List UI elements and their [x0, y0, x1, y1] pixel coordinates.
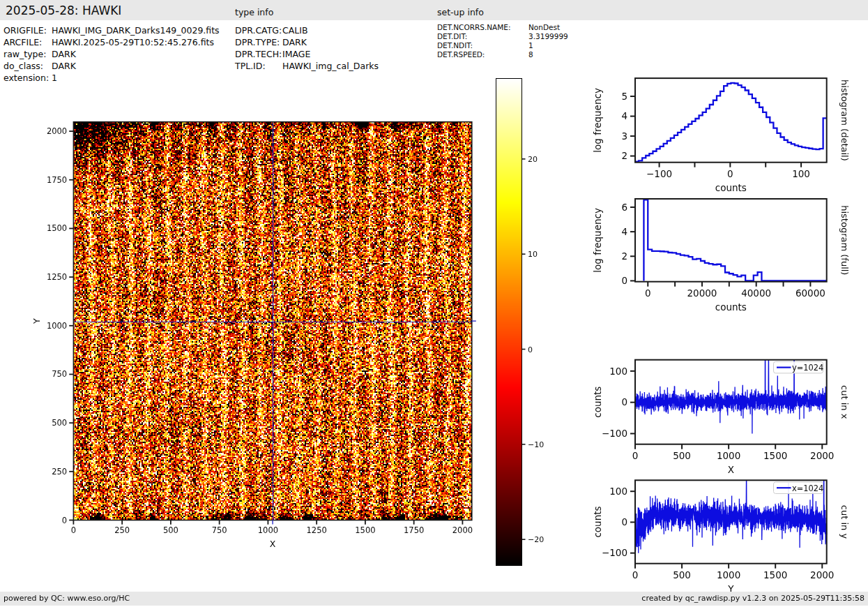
x-tick-label: 1500	[355, 525, 375, 535]
plots-layer: 0250500750100012501500175020000250500750…	[0, 0, 868, 607]
x-tick-label: 0	[727, 168, 733, 179]
cut_y-legend-label: x=1024	[792, 484, 823, 493]
x-tick-label: 0	[632, 569, 639, 580]
hist_detail-frame	[635, 78, 827, 163]
y-tick-label: 100	[609, 486, 627, 497]
x-tick-label: 500	[673, 569, 691, 580]
x-tick-label: 1500	[763, 450, 787, 461]
x-tick-label: 1000	[258, 525, 278, 535]
x-tick-label: 0	[71, 525, 76, 535]
x-tick-label: −100	[646, 168, 672, 179]
y-axis-label: counts	[592, 506, 603, 537]
x-tick-label: 20000	[687, 287, 717, 299]
y-tick-label: 4	[621, 226, 627, 237]
x-axis-label: X	[270, 539, 276, 549]
x-tick-label: 0	[645, 287, 651, 299]
x-axis-label: counts	[715, 182, 747, 193]
colorbar-tick-label: 0	[528, 345, 533, 354]
x-tick-label: 1000	[717, 450, 740, 461]
y-tick-label: 1500	[47, 223, 67, 233]
x-tick-label: 0	[632, 450, 639, 461]
colorbar-tick-label: −10	[528, 440, 544, 449]
y-tick-label: 2000	[47, 126, 67, 136]
y-tick-label: 100	[609, 366, 627, 377]
main-image-frame	[73, 122, 471, 520]
y-axis-label: counts	[592, 387, 603, 418]
y-tick-label: 3	[621, 130, 627, 142]
colorbar-tick-label: 10	[528, 250, 538, 259]
y-tick-label: 4	[621, 110, 627, 121]
right-title: cut in x	[839, 385, 850, 419]
y-tick-label: 1000	[47, 321, 67, 331]
x-tick-label: 500	[673, 450, 691, 461]
y-tick-label: 0	[62, 516, 67, 525]
hist_detail-axes	[630, 83, 827, 167]
colorbar-tick-label: −20	[528, 535, 544, 544]
hist_detail-curve	[635, 83, 827, 162]
y-axis-label: log frequency	[592, 208, 603, 273]
y-tick-label: 250	[52, 467, 67, 477]
right-title: cut in y	[839, 505, 850, 539]
qc-report-page: 2025-05-28: HAWKI type info set-up info …	[0, 0, 868, 607]
y-tick-label: 0	[621, 516, 627, 527]
x-tick-label: 1750	[404, 525, 424, 535]
cut_x-legend-label: y=1024	[792, 363, 823, 373]
right-title: histogram (full)	[839, 205, 850, 275]
y-tick-label: 500	[52, 418, 67, 428]
colorbar-axes	[522, 159, 526, 539]
hist_full-axes	[630, 200, 827, 286]
y-tick-label: 5	[621, 91, 627, 102]
x-axis-label: counts	[715, 301, 747, 313]
x-tick-label: 1000	[717, 569, 740, 580]
x-axis-label: X	[728, 464, 734, 475]
x-tick-label: 2000	[810, 569, 834, 580]
x-tick-label: 1250	[307, 525, 327, 535]
y-axis-label: log frequency	[592, 88, 603, 153]
y-tick-label: 1750	[47, 175, 67, 185]
y-tick-label: 2	[621, 150, 627, 161]
x-tick-label: 2000	[452, 525, 473, 535]
x-tick-label: 750	[212, 525, 227, 535]
colorbar-tick-label: 20	[528, 155, 538, 164]
y-tick-label: 0	[621, 396, 627, 407]
y-tick-label: −100	[602, 428, 627, 439]
y-tick-label: −100	[602, 547, 627, 558]
x-tick-label: 2000	[810, 450, 834, 461]
y-tick-label: 6	[621, 202, 627, 213]
main-image-axes	[69, 122, 476, 525]
footer-powered-by: powered by QC: www.eso.org/HC	[3, 594, 130, 603]
cut_x-axes	[630, 360, 827, 449]
x-tick-label: 100	[792, 168, 810, 179]
footer-created-by: created by qc_rawdisp.py v1.2.3 on 2025-…	[641, 594, 865, 603]
x-tick-label: 60000	[795, 287, 825, 299]
y-tick-label: 2	[621, 250, 627, 262]
x-tick-label: 250	[114, 525, 130, 535]
y-tick-label: 0	[621, 275, 627, 286]
y-axis-label: Y	[31, 318, 42, 324]
hist_full-curve	[644, 200, 826, 280]
right-title: histogram (detail)	[839, 80, 850, 161]
y-tick-label: 750	[52, 369, 67, 379]
x-tick-label: 1500	[763, 569, 787, 580]
x-tick-label: 40000	[741, 287, 771, 299]
y-tick-label: 1250	[47, 272, 67, 282]
x-tick-label: 500	[163, 525, 178, 535]
hist_full-frame	[635, 199, 827, 282]
cut_y-axes	[630, 480, 827, 568]
